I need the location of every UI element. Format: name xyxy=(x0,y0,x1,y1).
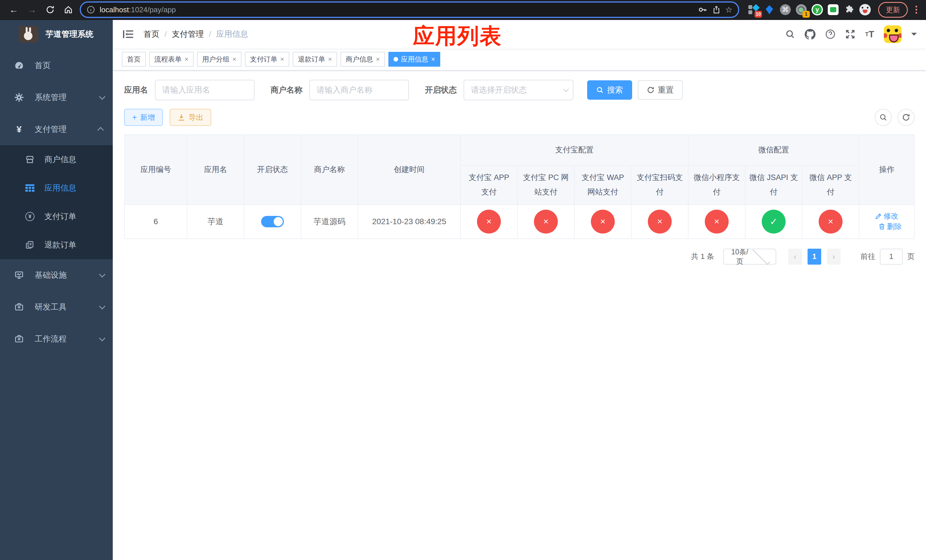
sidebar-item-system[interactable]: 系统管理 xyxy=(0,82,113,114)
github-link[interactable] xyxy=(805,29,816,39)
tab-app-info[interactable]: 应用信息× xyxy=(388,52,440,67)
close-icon[interactable]: × xyxy=(328,56,332,63)
col-alipay-qr: 支付宝扫码支付 xyxy=(631,165,688,204)
tab-process-form[interactable]: 流程表单× xyxy=(149,52,194,67)
sidebar-collapse-button[interactable] xyxy=(122,29,135,40)
extension-chat-icon[interactable] xyxy=(827,3,840,16)
filter-form: 应用名 商户名称 开启状态 请选择开启状态 搜索 重置 xyxy=(124,80,915,100)
extension-kite-icon[interactable] xyxy=(763,3,776,16)
tab-home[interactable]: 首页 xyxy=(122,52,146,67)
goto-page-input[interactable] xyxy=(880,249,903,265)
status-select[interactable]: 请选择开启状态 xyxy=(464,80,573,100)
sidebar-item-payment[interactable]: ¥ 支付管理 xyxy=(0,114,113,145)
merchant-name-input[interactable] xyxy=(309,80,409,100)
browser-profile-avatar[interactable] xyxy=(859,3,872,16)
browser-menu-button[interactable] xyxy=(912,5,920,15)
user-avatar[interactable] xyxy=(884,25,902,43)
refresh-table-button[interactable] xyxy=(897,109,915,126)
close-icon[interactable]: × xyxy=(280,56,284,63)
close-icon[interactable]: × xyxy=(431,56,435,63)
bookmark-star-icon[interactable]: ☆ xyxy=(725,5,732,15)
document-copy-icon xyxy=(25,241,35,249)
tab-pay-order[interactable]: 支付订单× xyxy=(245,52,289,67)
add-button[interactable]: + 新增 xyxy=(124,109,163,126)
smiley-avatar-icon xyxy=(859,4,871,15)
app-name-input[interactable] xyxy=(155,80,254,100)
extensions-menu-button[interactable] xyxy=(843,3,855,16)
chevron-down-icon xyxy=(99,303,106,310)
share-icon[interactable] xyxy=(712,5,721,14)
status-toggle[interactable] xyxy=(261,216,284,227)
cell-create-time: 2021-10-23 08:49:25 xyxy=(358,204,460,239)
closed-status-icon: × xyxy=(534,210,558,233)
site-info-icon[interactable] xyxy=(86,5,95,14)
cell-status xyxy=(244,204,301,239)
tab-merchant-info[interactable]: 商户信息× xyxy=(340,52,385,67)
avatar-dropdown-caret[interactable] xyxy=(911,33,917,38)
reset-button[interactable]: 重置 xyxy=(638,80,683,100)
browser-reload-button[interactable] xyxy=(42,2,58,18)
tab-refund-order[interactable]: 退款订单× xyxy=(293,52,337,67)
extension-y-icon[interactable]: y xyxy=(811,3,823,16)
font-size-button[interactable]: TT xyxy=(865,29,874,39)
chrome-update-button[interactable]: 更新 xyxy=(878,2,908,18)
close-icon[interactable]: × xyxy=(232,56,236,63)
browser-home-button[interactable] xyxy=(61,2,76,18)
extension-badge: 10 xyxy=(755,11,762,18)
delete-link[interactable]: 删除 xyxy=(878,222,902,232)
extension-command-icon[interactable]: ⌘ xyxy=(779,3,791,16)
payment-submenu: 商户信息 应用信息 ¥ 支付订单 退款订单 xyxy=(0,145,113,259)
search-icon xyxy=(785,29,795,39)
edit-link[interactable]: 修改 xyxy=(875,211,899,221)
sidebar-item-workflow[interactable]: 工作流程 xyxy=(0,323,113,355)
blue-kite-icon xyxy=(766,5,773,14)
extension-recorder-icon[interactable]: 1 xyxy=(795,3,808,16)
header-search-button[interactable] xyxy=(785,29,795,39)
sidebar-item-refund-order[interactable]: 退款订单 xyxy=(0,231,113,259)
sidebar-item-merchant-info[interactable]: 商户信息 xyxy=(0,145,113,174)
chevron-down-icon xyxy=(753,247,770,265)
col-app-id: 应用编号 xyxy=(124,135,187,204)
cell-actions: 修改 删除 xyxy=(859,204,914,239)
browser-back-button[interactable]: ← xyxy=(6,2,22,18)
app-title: 芋道管理系统 xyxy=(45,29,94,39)
sidebar-item-app-info[interactable]: 应用信息 xyxy=(0,174,113,202)
page-size-select[interactable]: 10条/页 xyxy=(723,249,776,265)
open-status-icon: ✓ xyxy=(762,210,785,233)
sidebar-item-infrastructure[interactable]: 基础设施 xyxy=(0,259,113,291)
chat-bubble-icon xyxy=(828,4,838,15)
breadcrumb-home[interactable]: 首页 xyxy=(144,29,159,39)
close-icon[interactable]: × xyxy=(376,56,380,63)
password-key-icon[interactable] xyxy=(698,5,708,15)
sidebar-item-pay-order[interactable]: ¥ 支付订单 xyxy=(0,202,113,231)
next-page-button[interactable]: › xyxy=(827,249,841,265)
export-button[interactable]: 导出 xyxy=(170,109,211,126)
docs-help-button[interactable] xyxy=(825,29,835,39)
col-alipay-wap: 支付宝 WAP 网站支付 xyxy=(574,165,631,204)
address-bar[interactable]: localhost:1024/pay/app ☆ xyxy=(80,2,739,18)
store-icon xyxy=(25,155,35,164)
search-button[interactable]: 搜索 xyxy=(587,80,632,100)
page-number-button[interactable]: 1 xyxy=(808,249,821,265)
sidebar-item-home[interactable]: 首页 xyxy=(0,50,113,82)
col-app-name: 应用名 xyxy=(187,135,244,204)
tab-user-group[interactable]: 用户分组× xyxy=(197,52,242,67)
close-icon[interactable]: × xyxy=(185,56,189,63)
extension-pinned-icon[interactable]: 10 xyxy=(747,3,760,16)
closed-status-icon: × xyxy=(705,210,729,233)
breadcrumb-current: 应用信息 xyxy=(216,29,248,39)
browser-forward-button[interactable]: → xyxy=(24,2,40,18)
page-unit-label: 页 xyxy=(907,251,915,262)
sidebar-item-dev-tools[interactable]: 研发工具 xyxy=(0,291,113,323)
pen-icon xyxy=(875,213,882,219)
toggle-search-button[interactable] xyxy=(875,109,892,126)
prev-page-button[interactable]: ‹ xyxy=(788,249,802,265)
cell-alipay-qr: × xyxy=(631,204,688,239)
app-table: 应用编号 应用名 开启状态 商户名称 创建时间 支付宝配置 微信配置 操作 支付… xyxy=(124,135,915,239)
refresh-icon xyxy=(902,114,910,121)
col-wechat-lite: 微信小程序支付 xyxy=(688,165,745,204)
fullscreen-button[interactable] xyxy=(845,29,855,39)
col-status: 开启状态 xyxy=(244,135,301,204)
screenshot-annotation: 应用列表 xyxy=(413,22,502,51)
app-logo[interactable]: 芋道管理系统 xyxy=(0,20,113,48)
